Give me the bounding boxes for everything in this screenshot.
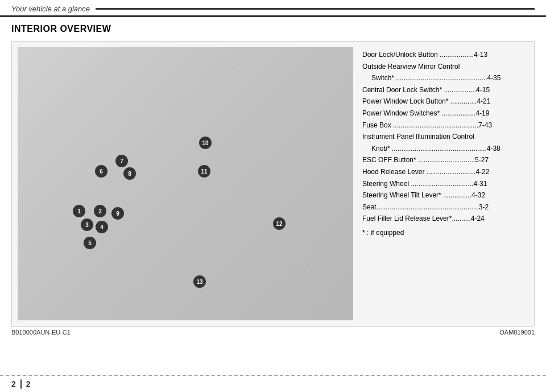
list-item-12: Seat....................................… xyxy=(362,202,528,213)
list-item-11: Steering Wheel Tilt Lever* .............… xyxy=(362,190,528,201)
list-item-8: ESC OFF Button* ........................… xyxy=(362,155,528,166)
list-item-4: Power Window Lock Button* ..............… xyxy=(362,96,528,107)
items-list: Door Lock/Unlock Button ................… xyxy=(362,47,528,320)
circle-c1: 1 xyxy=(73,205,85,217)
circle-c9: 9 xyxy=(111,207,124,220)
list-item-2: Outside Rearview Mirror Control xyxy=(362,61,528,72)
list-item-2a: Switch* ................................… xyxy=(371,73,528,84)
circle-c10: 10 xyxy=(199,137,212,149)
content-area: 12345678910111213 Door Lock/Unlock Butto… xyxy=(11,41,535,327)
page-header: Your vehicle at a glance xyxy=(0,0,546,17)
circle-c7: 7 xyxy=(115,155,128,167)
list-item-13: Fuel Filler Lid Release Lever*..........… xyxy=(362,213,528,224)
oam-label: OAM019001 xyxy=(499,329,535,336)
list-item-7: Instrument Panel Illumination Control xyxy=(362,131,528,142)
list-item-10: Steering Wheel .........................… xyxy=(362,179,528,189)
circle-c2: 2 xyxy=(94,205,106,217)
page-number-right: 2 xyxy=(26,379,31,389)
diagram-code: B010000AUN-EU-C1 xyxy=(11,329,71,336)
footnote: * : if equipped xyxy=(362,228,528,238)
list-item-6: Fuse Box ...............................… xyxy=(362,120,528,131)
circle-c11: 11 xyxy=(198,165,210,178)
circle-c13: 13 xyxy=(193,275,206,288)
circle-c12: 12 xyxy=(273,217,286,230)
circle-c5: 5 xyxy=(84,237,96,249)
list-item-1: Door Lock/Unlock Button ................… xyxy=(362,49,528,60)
header-bar xyxy=(96,8,535,10)
page-footer: 2 2 xyxy=(0,375,546,392)
list-item-5: Power Window Switches* .................… xyxy=(362,108,528,119)
page-number-left: 2 xyxy=(11,379,22,389)
diagram-inner: 12345678910111213 xyxy=(18,47,353,320)
bottom-info: B010000AUN-EU-C1 OAM019001 xyxy=(11,329,535,338)
diagram-container: 12345678910111213 xyxy=(18,47,353,320)
circle-c3: 3 xyxy=(81,218,93,231)
list-item-7a: Knob* ..................................… xyxy=(371,143,528,154)
main-content: INTERIOR OVERVIEW 12345678910111213 Door… xyxy=(0,17,546,338)
circle-c6: 6 xyxy=(95,165,107,178)
header-title: Your vehicle at a glance xyxy=(11,5,90,13)
section-title: INTERIOR OVERVIEW xyxy=(11,24,535,34)
circle-c4: 4 xyxy=(96,221,108,233)
circle-c8: 8 xyxy=(123,167,136,180)
list-item-3: Central Door Lock Switch* ..............… xyxy=(362,85,528,96)
list-item-9: Hood Release Lever .....................… xyxy=(362,167,528,178)
